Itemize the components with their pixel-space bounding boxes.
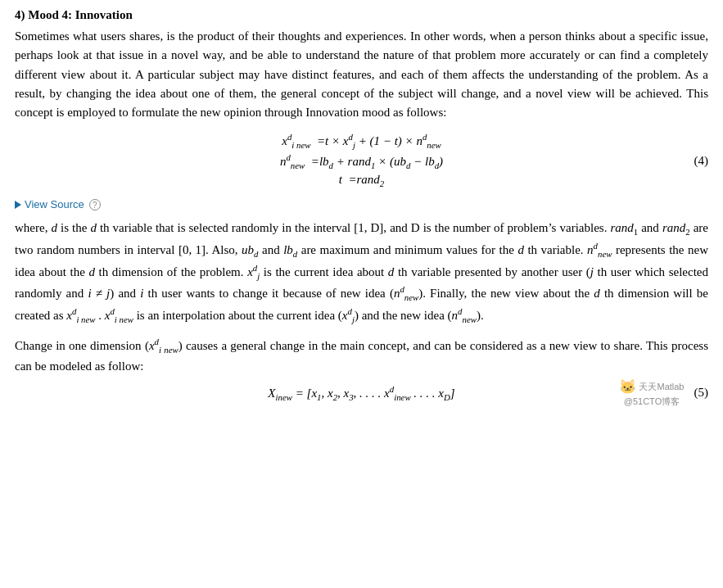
help-icon[interactable]: ? [89,199,101,210]
watermark: 🐱 天天Matlab @51CTO博客 [619,378,684,408]
eq4-number: (4) [694,153,709,167]
equation-4-block: (4) xdi new =t × xdj + (1 − t) × ndnew n… [15,132,708,188]
eq5-formula: Xinew = [x1, x2, x3, . . . . xdinew . . … [268,387,454,400]
view-source-arrow-icon [15,201,21,209]
equation-5-block: 🐱 天天Matlab @51CTO博客 (5) Xinew = [x1, x2,… [15,384,708,402]
watermark-brand: 天天Matlab [639,381,684,393]
view-source-link[interactable]: View Source ? [15,198,708,210]
eq4-line2: ndnew =lbd + rand1 × (ubd − lbd) [15,152,708,170]
view-source-label[interactable]: View Source [25,198,84,210]
paragraph-1: Sometimes what users shares, is the prod… [15,27,708,122]
watermark-source: @51CTO博客 [624,396,680,408]
main-content: 4) Mood 4: Innovation Sometimes what use… [15,8,708,402]
paragraph-3: Change in one dimension (xdi new) causes… [15,335,708,376]
eq4-line3: t =rand2 [15,173,708,188]
paragraph-2: where, d is the d th variable that is se… [15,219,708,327]
section-title: 4) Mood 4: Innovation [15,8,708,22]
eq5-number: 🐱 天天Matlab @51CTO博客 (5) [619,378,708,408]
eq4-line1: xdi new =t × xdj + (1 − t) × ndnew [15,132,708,150]
eq5-label: (5) [694,386,709,400]
cat-icon: 🐱 [619,378,636,396]
